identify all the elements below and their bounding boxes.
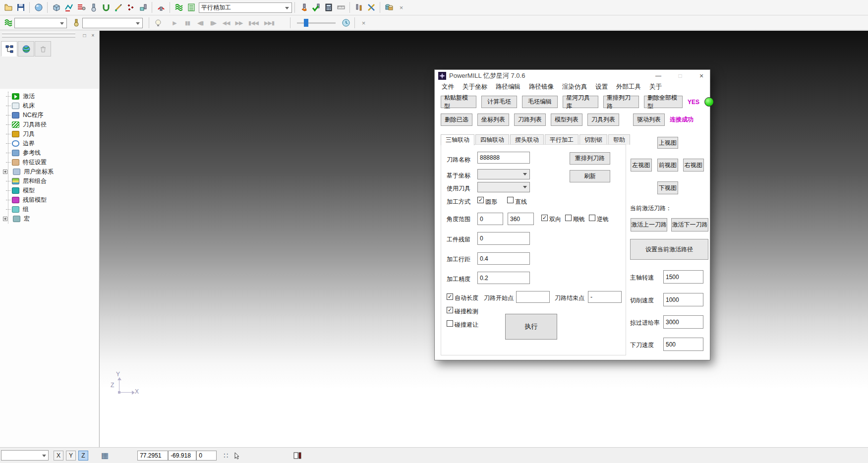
climb-checkbox[interactable] xyxy=(565,215,572,221)
drive-list-button[interactable]: 驱动列表 xyxy=(633,114,665,126)
close-toolbar-icon[interactable]: × xyxy=(357,17,370,29)
plunge-feed-input[interactable] xyxy=(663,338,703,351)
slider-handle[interactable] xyxy=(304,19,308,27)
collision-check-icon[interactable] xyxy=(155,1,167,14)
axis-y-button[interactable]: Y xyxy=(66,451,76,461)
set-active-path-button[interactable]: 设置当前激活路径 xyxy=(630,239,708,260)
start-point-input[interactable] xyxy=(516,291,550,303)
rearrange-button[interactable]: 重排列刀路 xyxy=(570,152,610,165)
menu-path-edit[interactable]: 路径编辑 xyxy=(496,83,521,91)
play-icon[interactable]: ▶ xyxy=(168,20,181,26)
toolpath-connections-icon[interactable] xyxy=(62,1,75,14)
delete-all-models-button[interactable]: 删除全部模型 xyxy=(644,96,683,108)
tree-item-feature-sets[interactable]: 特征设置 xyxy=(0,158,99,167)
pane-toggle-icon[interactable] xyxy=(291,449,303,462)
toolpaths-icon[interactable] xyxy=(173,1,185,14)
menu-file[interactable]: 文件 xyxy=(442,83,454,91)
end-point-input[interactable] xyxy=(588,291,622,303)
create-block-icon[interactable] xyxy=(50,1,62,14)
create-tool-icon[interactable] xyxy=(87,1,100,14)
view-left-button[interactable]: 左视图 xyxy=(631,159,652,172)
feeds-speeds-icon[interactable] xyxy=(75,1,87,14)
tool-library-button[interactable]: 星河刀具库 xyxy=(563,96,598,108)
tree-item-machine[interactable]: 机床 xyxy=(0,101,99,111)
simulation-speed-slider[interactable] xyxy=(297,18,336,27)
measure-icon[interactable] xyxy=(335,1,347,14)
tree-item-models[interactable]: 模型 xyxy=(0,186,99,195)
verify-toolpath-icon[interactable] xyxy=(310,1,322,14)
tolerance-input[interactable] xyxy=(477,272,530,284)
cutting-feed-input[interactable] xyxy=(663,293,703,306)
sim-toolpath-dropdown[interactable] xyxy=(14,18,67,28)
angle-to-input[interactable] xyxy=(508,213,534,225)
clock-icon[interactable] xyxy=(340,17,352,29)
tree-item-patterns[interactable]: 参考线 xyxy=(0,148,99,158)
paste-model-button[interactable]: 粘贴新模型 xyxy=(441,96,476,108)
dialog-titlebar[interactable]: PowerMILL 忆梦星河 7.0.6 — □ × xyxy=(435,70,710,82)
menu-render-sim[interactable]: 渲染仿真 xyxy=(562,83,587,91)
tool-holder-icon[interactable] xyxy=(100,1,112,14)
panel-grip[interactable] xyxy=(2,36,75,38)
tab-3axis[interactable]: 三轴联动 xyxy=(441,134,474,145)
batch-process-icon[interactable] xyxy=(297,1,310,14)
menu-about[interactable]: 关于 xyxy=(649,83,662,91)
spindle-speed-input[interactable] xyxy=(663,270,703,284)
view-bottom-button[interactable]: 下视图 xyxy=(657,181,678,194)
tab-head-tilt[interactable]: 摆头联动 xyxy=(510,134,544,145)
toolpath-list-button[interactable]: 刀路列表 xyxy=(514,114,546,126)
model-list-button[interactable]: 模型列表 xyxy=(551,114,582,126)
expand-icon[interactable] xyxy=(3,217,7,221)
coord-list-button[interactable]: 坐标列表 xyxy=(477,114,509,126)
maximize-icon[interactable]: □ xyxy=(676,71,685,80)
sim-tool-dropdown[interactable] xyxy=(82,18,143,28)
activate-prev-button[interactable]: 激活上一刀路 xyxy=(631,218,667,232)
based-coord-select[interactable] xyxy=(477,169,530,179)
tab-parallel[interactable]: 平行加工 xyxy=(545,134,579,145)
stock-edit-button[interactable]: 毛坯编辑 xyxy=(522,96,558,108)
angle-from-input[interactable] xyxy=(477,213,503,225)
compute-stock-button[interactable]: 计算毛坯 xyxy=(481,96,517,108)
collision-check-checkbox[interactable]: ✓ xyxy=(447,307,453,313)
rearrange-toolpaths-button[interactable]: 重排列刀路 xyxy=(603,96,639,108)
axis-z-button[interactable]: Z xyxy=(78,451,88,461)
toolpath-name-input[interactable] xyxy=(477,152,530,164)
lightbulb-icon[interactable] xyxy=(152,17,164,29)
tab-saw[interactable]: 切割锯 xyxy=(579,134,607,145)
minimize-icon[interactable]: — xyxy=(654,71,663,80)
tree-item-nc-programs[interactable]: NC程序 xyxy=(0,111,99,120)
panel-float-icon[interactable]: □ xyxy=(81,32,88,39)
menu-path-mirror[interactable]: 路径镜像 xyxy=(529,83,554,91)
tool-block-icon[interactable] xyxy=(137,1,149,14)
tree-item-workplanes[interactable]: 用户坐标系 xyxy=(0,167,99,176)
open-file-icon[interactable] xyxy=(2,1,14,14)
menu-coords[interactable]: 关于坐标 xyxy=(463,83,487,91)
stock-cylinders-icon[interactable] xyxy=(383,1,395,14)
stock-allowance-input[interactable] xyxy=(477,232,530,245)
line-checkbox[interactable] xyxy=(507,197,514,203)
menu-settings[interactable]: 设置 xyxy=(595,83,608,91)
close-toolbar-icon[interactable]: × xyxy=(395,1,407,14)
panel-grip[interactable] xyxy=(2,32,75,34)
view-right-button[interactable]: 右视图 xyxy=(683,159,704,172)
tool-change-icon[interactable] xyxy=(352,1,365,14)
pause-icon[interactable]: ▮▮ xyxy=(181,20,194,26)
go-to-start-icon[interactable]: ▮◀◀ xyxy=(245,20,261,26)
skim-feed-input[interactable] xyxy=(663,315,703,329)
tree-item-boundaries[interactable]: 边界 xyxy=(0,139,99,148)
pointer-icon[interactable] xyxy=(231,449,243,462)
status-dropdown[interactable] xyxy=(1,450,49,461)
tree-item-toolpaths[interactable]: 刀具路径 xyxy=(0,120,99,129)
tree-item-levels[interactable]: 层和组合 xyxy=(0,176,99,186)
strategy-dropdown[interactable]: 平行精加工 xyxy=(199,2,292,13)
view-top-button[interactable]: 上视图 xyxy=(657,137,678,149)
execute-button[interactable]: 执行 xyxy=(505,314,557,340)
expand-icon[interactable] xyxy=(3,170,7,174)
close-icon[interactable]: × xyxy=(697,71,706,80)
coordinate-z-input[interactable] xyxy=(196,451,217,461)
bidirectional-checkbox[interactable]: ✓ xyxy=(541,215,548,221)
step-forward-icon[interactable]: ▮▶ xyxy=(207,20,220,26)
tab-world[interactable] xyxy=(18,41,34,57)
stepover-input[interactable] xyxy=(477,252,530,265)
axis-x-button[interactable]: X xyxy=(54,451,63,461)
coordinate-y-input[interactable] xyxy=(168,451,196,461)
